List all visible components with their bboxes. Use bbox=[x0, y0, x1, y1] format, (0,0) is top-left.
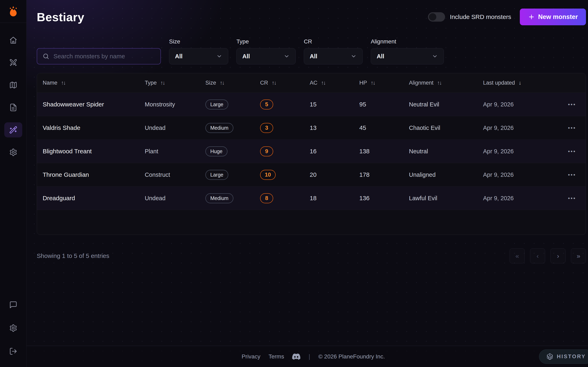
sort-icon[interactable]: ↑↓ bbox=[61, 80, 65, 86]
filter-size-select[interactable]: All bbox=[169, 48, 228, 64]
footer: Privacy Terms | © 2026 PlaneFoundry Inc.… bbox=[26, 346, 588, 367]
monster-type: Construct bbox=[145, 171, 205, 178]
row-menu-button[interactable]: ••• bbox=[568, 149, 576, 154]
filter-type: Type All bbox=[236, 38, 296, 64]
monsters-table: Name↑↓ Type↑↓ Size↑↓ CR↑↓ AC↑↓ HP↑↓ Alig… bbox=[37, 73, 586, 235]
sidebar-item-settings[interactable] bbox=[4, 145, 22, 160]
column-header-cr: CR↑↓ bbox=[260, 80, 310, 86]
sidebar-item-home[interactable] bbox=[4, 33, 22, 48]
first-page-button[interactable]: « bbox=[510, 248, 525, 263]
terms-link[interactable]: Terms bbox=[268, 353, 284, 360]
table-row[interactable]: Throne Guardian Construct Large 10 20 17… bbox=[37, 163, 586, 187]
discord-icon[interactable] bbox=[292, 352, 300, 361]
monster-hp: 45 bbox=[359, 124, 409, 131]
chevron-down-icon bbox=[432, 53, 438, 59]
monster-updated: Apr 9, 2026 bbox=[483, 171, 568, 178]
sidebar-item-bestiary[interactable] bbox=[4, 122, 22, 137]
sidebar-item-logout[interactable] bbox=[4, 344, 22, 359]
sidebar-item-preferences[interactable] bbox=[4, 320, 22, 336]
sort-icon[interactable]: ↑↓ bbox=[371, 80, 375, 86]
column-header-alignment: Alignment↑↓ bbox=[409, 80, 483, 86]
size-badge: Large bbox=[205, 170, 228, 180]
chevron-down-icon bbox=[351, 53, 357, 59]
table-row[interactable]: Blightwood Treant Plant Huge 9 16 138 Ne… bbox=[37, 140, 586, 163]
sidebar-item-encounters[interactable] bbox=[4, 55, 22, 70]
plus-icon bbox=[528, 13, 535, 20]
monster-updated: Apr 9, 2026 bbox=[483, 101, 568, 108]
filter-type-select[interactable]: All bbox=[236, 48, 296, 64]
monster-hp: 138 bbox=[359, 148, 409, 155]
sort-icon[interactable]: ↑↓ bbox=[220, 80, 224, 86]
monster-alignment: Lawful Evil bbox=[409, 195, 483, 202]
filter-size-label: Size bbox=[169, 38, 228, 45]
sort-icon[interactable]: ↑↓ bbox=[160, 80, 165, 86]
size-badge: Medium bbox=[205, 193, 233, 203]
app-logo[interactable] bbox=[0, 0, 26, 23]
table-row[interactable]: Valdris Shade Undead Medium 3 13 45 Chao… bbox=[37, 116, 586, 140]
srd-toggle-label: Include SRD monsters bbox=[450, 13, 511, 20]
filter-cr: CR All bbox=[304, 38, 363, 64]
chat-bubble-icon bbox=[9, 301, 17, 309]
include-srd-toggle[interactable] bbox=[428, 12, 445, 22]
size-badge: Medium bbox=[205, 123, 233, 133]
monster-ac: 16 bbox=[310, 148, 359, 155]
monster-alignment: Neutral Evil bbox=[409, 101, 483, 108]
monster-name: Throne Guardian bbox=[43, 171, 145, 178]
row-menu-button[interactable]: ••• bbox=[568, 102, 576, 107]
sort-icon[interactable]: ↑↓ bbox=[437, 80, 441, 86]
sort-icon-active[interactable]: ↓ bbox=[519, 80, 521, 86]
gear-icon bbox=[9, 324, 17, 332]
sidebar-item-maps[interactable] bbox=[4, 77, 22, 92]
filter-alignment: Alignment All bbox=[371, 38, 444, 64]
column-header-name: Name↑↓ bbox=[43, 80, 145, 86]
search-box bbox=[37, 48, 161, 64]
filter-type-value: All bbox=[242, 53, 250, 60]
page-header: Bestiary Include SRD monsters New monste… bbox=[37, 8, 586, 25]
row-menu-button[interactable]: ••• bbox=[568, 172, 576, 177]
sort-icon[interactable]: ↑↓ bbox=[321, 80, 325, 86]
sidebar-item-documents[interactable] bbox=[4, 100, 22, 115]
last-page-button[interactable]: » bbox=[571, 248, 586, 263]
map-icon bbox=[9, 81, 17, 89]
monster-hp: 136 bbox=[359, 195, 409, 202]
filter-alignment-select[interactable]: All bbox=[371, 48, 444, 64]
column-header-last-updated: Last updated↓ bbox=[483, 80, 568, 86]
toggle-knob bbox=[429, 13, 436, 21]
cr-badge: 9 bbox=[260, 146, 273, 156]
row-menu-button[interactable]: ••• bbox=[568, 125, 576, 131]
history-button[interactable]: HISTORY bbox=[539, 350, 588, 364]
app-root: Bestiary Include SRD monsters New monste… bbox=[0, 0, 588, 367]
column-header-ac: AC↑↓ bbox=[310, 80, 359, 86]
row-menu-button[interactable]: ••• bbox=[568, 196, 576, 201]
d20-die-icon bbox=[546, 353, 553, 360]
cr-badge: 3 bbox=[260, 123, 273, 133]
footer-divider: | bbox=[309, 353, 310, 360]
prev-page-button[interactable]: ‹ bbox=[530, 248, 545, 263]
monster-name: Blightwood Treant bbox=[43, 148, 145, 155]
history-label: HISTORY bbox=[557, 353, 586, 360]
crossed-swords-icon bbox=[9, 58, 17, 67]
column-header-size: Size↑↓ bbox=[205, 80, 260, 86]
monster-alignment: Unaligned bbox=[409, 171, 483, 178]
table-row[interactable]: Dreadguard Undead Medium 8 18 136 Lawful… bbox=[37, 187, 586, 210]
filter-alignment-value: All bbox=[377, 53, 384, 60]
sidebar bbox=[0, 0, 26, 367]
new-monster-button[interactable]: New monster bbox=[520, 8, 586, 25]
sort-icon[interactable]: ↑↓ bbox=[272, 80, 276, 86]
page-title: Bestiary bbox=[37, 10, 84, 24]
table-row[interactable]: Shadowweaver Spider Monstrosity Large 5 … bbox=[37, 93, 586, 116]
monster-ac: 18 bbox=[310, 195, 359, 202]
logout-icon bbox=[9, 347, 17, 355]
monster-ac: 20 bbox=[310, 171, 359, 178]
search-input[interactable] bbox=[53, 53, 155, 60]
privacy-link[interactable]: Privacy bbox=[242, 353, 260, 360]
pager: « ‹ › » bbox=[510, 248, 586, 263]
main-area: Bestiary Include SRD monsters New monste… bbox=[26, 0, 588, 367]
srd-toggle-group: Include SRD monsters bbox=[428, 12, 511, 22]
filter-cr-select[interactable]: All bbox=[304, 48, 363, 64]
chevron-down-icon bbox=[284, 53, 290, 59]
sidebar-item-feedback[interactable] bbox=[4, 297, 22, 312]
filter-type-label: Type bbox=[236, 38, 296, 45]
chevron-down-icon bbox=[216, 53, 222, 59]
next-page-button[interactable]: › bbox=[550, 248, 566, 263]
